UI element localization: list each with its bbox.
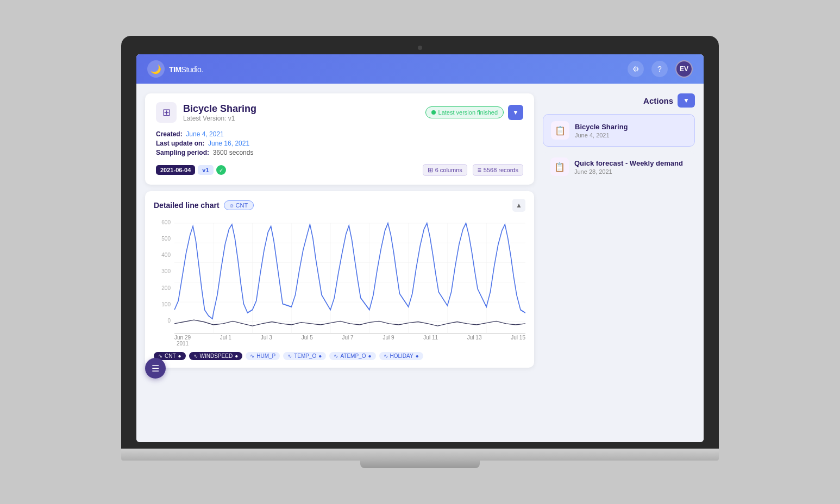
project-title-forecast: Quick forecast - Weekly demand	[574, 159, 683, 167]
chart-y-labels: 600 500 400 300 200 100 0	[154, 217, 173, 326]
dataset-icon: ⊞	[156, 102, 177, 123]
chart-header: Detailed line chart ⌾ CNT ▲	[154, 199, 525, 212]
sampling-row: Sampling period: 3600 seconds	[156, 149, 523, 156]
laptop-camera	[418, 46, 422, 50]
legend-holiday[interactable]: ∿ HOLIDAY ●	[379, 352, 423, 360]
actions-dropdown-button[interactable]: ▼	[678, 93, 695, 108]
app-logo: 🌙 TIMStudio.	[147, 60, 203, 78]
right-panel: Actions ▼ 📋 Bicycle Sharing June 4, 2021…	[543, 93, 695, 432]
date-tag: 2021-06-04	[156, 165, 195, 175]
dataset-footer: 2021-06-04 v1 ✓ ⊞ 6 columns ≡	[156, 164, 523, 176]
project-icon-bicycle: 📋	[551, 121, 569, 140]
logo-icon: 🌙	[147, 60, 165, 78]
project-date-forecast: June 28, 2021	[574, 168, 683, 175]
header-icons: ⚙ ? EV	[628, 60, 693, 78]
actions-label: Actions	[643, 96, 673, 105]
laptop-stand	[360, 461, 480, 468]
app-content: ⊞ Bicycle Sharing Latest Version: v1 Lat…	[136, 84, 704, 442]
dataset-title: Bicycle Sharing	[183, 103, 256, 115]
chart-card: Detailed line chart ⌾ CNT ▲	[145, 191, 534, 368]
version-tag: 2021-06-04 v1 ✓	[156, 165, 226, 175]
legend-atemp[interactable]: ∿ ATEMP_O ●	[329, 352, 375, 360]
chart-area: 600 500 400 300 200 100 0	[154, 217, 525, 348]
app-screen: 🌙 TIMStudio. ⚙ ? EV	[136, 54, 704, 442]
stats-row: ⊞ 6 columns ≡ 5568 records	[423, 164, 523, 176]
project-card-bicycle[interactable]: 📋 Bicycle Sharing June 4, 2021	[543, 114, 695, 147]
status-badge: Latest version finished	[425, 106, 504, 118]
dataset-version-label: Latest Version: v1	[183, 115, 256, 122]
check-icon: ✓	[216, 165, 226, 175]
dataset-title-group: Bicycle Sharing Latest Version: v1	[183, 103, 256, 122]
chart-title-area: Detailed line chart ⌾ CNT	[154, 200, 254, 210]
chart-legend: ∿ CNT ● ∿ WINDSPEED ● ∿ HUM_	[154, 352, 525, 360]
dataset-header: ⊞ Bicycle Sharing Latest Version: v1 Lat…	[156, 102, 523, 123]
app-header: 🌙 TIMStudio. ⚙ ? EV	[136, 54, 704, 84]
legend-tempo[interactable]: ∿ TEMP_O ●	[283, 352, 326, 360]
columns-stat: ⊞ 6 columns	[423, 164, 467, 176]
project-date-bicycle: June 4, 2021	[575, 132, 628, 138]
project-icon-forecast: 📋	[550, 158, 569, 176]
cnt-tag[interactable]: ⌾ CNT	[224, 200, 254, 210]
project-card-forecast[interactable]: 📋 Quick forecast - Weekly demand June 28…	[543, 151, 695, 182]
project-info-bicycle: Bicycle Sharing June 4, 2021	[575, 123, 628, 138]
last-update-row: Last update on: June 16, 2021	[156, 140, 523, 147]
chart-title: Detailed line chart	[154, 201, 220, 210]
created-row: Created: June 4, 2021	[156, 130, 523, 138]
settings-button[interactable]: ⚙	[628, 61, 644, 77]
dataset-meta: Created: June 4, 2021 Last update on: Ju…	[156, 130, 523, 156]
project-title-bicycle: Bicycle Sharing	[575, 123, 628, 131]
legend-windspeed[interactable]: ∿ WINDSPEED ●	[189, 352, 243, 360]
actions-header: Actions ▼	[543, 93, 695, 108]
chart-svg	[174, 217, 525, 337]
legend-hump[interactable]: ∿ HUM_P	[246, 352, 280, 360]
version-pill: v1	[198, 165, 213, 175]
user-avatar[interactable]: EV	[675, 60, 693, 78]
dataset-card: ⊞ Bicycle Sharing Latest Version: v1 Lat…	[145, 93, 534, 185]
chart-collapse-button[interactable]: ▲	[512, 199, 525, 212]
help-button[interactable]: ?	[651, 61, 668, 77]
fab-menu-button[interactable]: ☰	[145, 358, 166, 379]
dataset-dropdown-button[interactable]: ▼	[508, 105, 523, 120]
laptop-base	[121, 449, 719, 461]
status-dot	[431, 110, 436, 115]
main-panel: ⊞ Bicycle Sharing Latest Version: v1 Lat…	[145, 93, 534, 432]
records-stat: ≡ 5568 records	[473, 164, 523, 176]
logo-text: TIMStudio.	[169, 64, 203, 75]
dataset-header-right: Latest version finished ▼	[425, 105, 523, 120]
project-info-forecast: Quick forecast - Weekly demand June 28, …	[574, 159, 683, 175]
